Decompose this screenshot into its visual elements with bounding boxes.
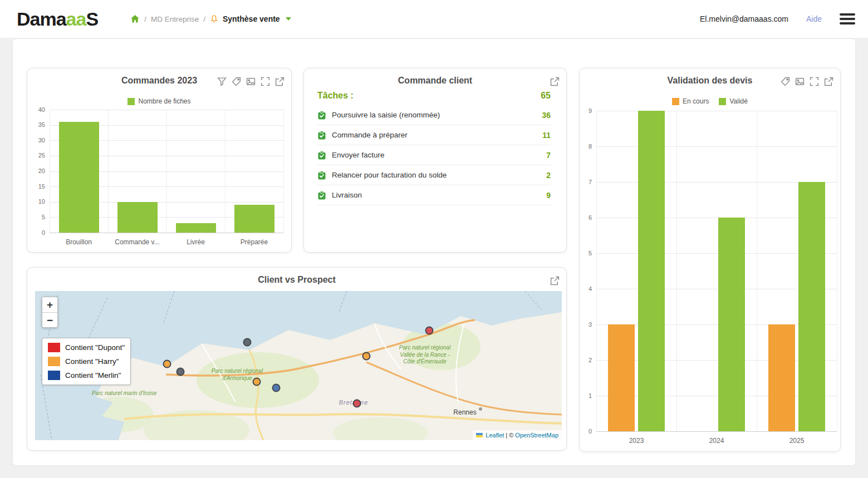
tag-icon[interactable]	[781, 77, 790, 86]
breadcrumb: / MD Entreprise / Synthèse vente	[130, 14, 291, 23]
y-axis-tick: 0	[27, 229, 45, 236]
osm-link[interactable]: OpenStreetMap	[515, 432, 558, 438]
task-row[interactable]: Poursuivre la saisie (renommée)36	[317, 105, 551, 125]
external-link-icon[interactable]	[824, 77, 833, 86]
card-toolbar	[550, 276, 560, 285]
task-label: Relancer pour facturation du solde	[332, 171, 541, 179]
external-link-icon[interactable]	[550, 276, 560, 285]
commandes-chart-legend: Nombre de fiches	[27, 97, 291, 105]
chart-bar[interactable]	[638, 111, 665, 431]
gridline	[837, 111, 837, 431]
y-axis-tick: 6	[580, 214, 592, 221]
y-axis-tick: 9	[580, 107, 592, 114]
y-axis-tick: 40	[27, 106, 45, 113]
gridline	[596, 111, 837, 111]
task-count: 9	[546, 191, 551, 200]
map-marker[interactable]	[163, 360, 171, 368]
validation-chart-legend: En coursValidé	[580, 97, 840, 105]
logo-text: Dama	[17, 8, 66, 29]
y-axis-tick: 10	[27, 198, 45, 205]
task-list: Poursuivre la saisie (renommée)36Command…	[317, 105, 551, 205]
map[interactable]: + − Contient "Dupont"Contient "Harry"Con…	[35, 291, 562, 440]
tasks-total: 65	[541, 91, 551, 101]
task-row[interactable]: Livraison9	[317, 185, 551, 205]
y-axis-tick: 25	[27, 152, 45, 159]
chart-bar[interactable]	[176, 223, 216, 233]
map-marker[interactable]	[243, 338, 252, 347]
y-axis-tick: 4	[580, 285, 592, 292]
ukraine-flag-icon	[476, 433, 483, 437]
card-commande-client: Commande client Tâches : 65 Poursuivre l…	[303, 68, 567, 253]
image-icon[interactable]	[795, 77, 805, 86]
y-axis-tick: 5	[580, 250, 592, 257]
tag-icon[interactable]	[232, 77, 241, 86]
chart-bar[interactable]	[117, 202, 158, 233]
x-axis-label: Préparée	[227, 238, 281, 246]
map-marker[interactable]	[353, 400, 361, 408]
task-row[interactable]: Envoyer facture7	[317, 145, 551, 165]
map-marker[interactable]	[176, 368, 185, 376]
task-check-icon	[317, 131, 326, 140]
gridline	[596, 146, 837, 147]
external-link-icon[interactable]	[275, 77, 285, 86]
gridline	[50, 233, 283, 233]
x-axis-label: 2024	[679, 437, 754, 445]
task-check-icon	[317, 171, 326, 180]
gridline	[108, 110, 109, 233]
chart-bar[interactable]	[608, 324, 635, 431]
fullscreen-icon[interactable]	[261, 77, 270, 86]
chart-bar[interactable]	[798, 182, 825, 431]
x-axis-label: 2023	[599, 437, 674, 445]
legend-swatch	[672, 98, 679, 105]
x-axis-label: Brouillon	[52, 238, 106, 246]
fullscreen-icon[interactable]	[810, 77, 819, 86]
y-axis-tick: 7	[580, 179, 592, 185]
chevron-down-icon[interactable]	[286, 17, 291, 21]
card-toolbar	[217, 77, 285, 86]
zoom-out-button[interactable]: −	[42, 312, 57, 327]
y-axis-tick: 0	[580, 428, 592, 435]
legend-label: Nombre de fiches	[138, 97, 190, 105]
legend-swatch	[719, 98, 726, 105]
task-count: 2	[546, 171, 551, 180]
gridline	[166, 110, 167, 233]
chart-bar[interactable]	[718, 218, 745, 431]
leaflet-link[interactable]: Leaflet	[486, 432, 504, 438]
card-title-map: Client vs Prospect	[27, 275, 566, 285]
task-row[interactable]: Relancer pour facturation du solde2	[317, 165, 551, 185]
y-axis-tick: 5	[27, 214, 45, 220]
dashboard-panel: Commandes 2023 Nombre de fiches 05101520…	[13, 39, 855, 465]
external-link-icon[interactable]	[550, 77, 560, 86]
map-legend-row: Contient "Merlin"	[48, 371, 125, 380]
chart-bar[interactable]	[768, 324, 795, 431]
map-marker[interactable]	[253, 378, 261, 386]
gridline	[676, 111, 677, 431]
zoom-in-button[interactable]: +	[42, 297, 57, 312]
task-row[interactable]: Commande à préparer11	[317, 125, 551, 145]
gridline	[596, 111, 597, 431]
home-icon[interactable]	[130, 14, 140, 23]
chart-bar[interactable]	[234, 205, 274, 233]
breadcrumb-separator: /	[203, 15, 205, 23]
map-legend-swatch	[48, 343, 60, 352]
map-marker[interactable]	[425, 327, 434, 335]
gridline	[596, 431, 837, 432]
map-marker[interactable]	[362, 352, 371, 361]
task-count: 7	[546, 151, 551, 160]
image-icon[interactable]	[246, 77, 256, 86]
breadcrumb-entity[interactable]: MD Entreprise	[151, 15, 199, 23]
breadcrumb-page[interactable]: Synthèse vente	[223, 14, 280, 23]
map-marker[interactable]	[272, 384, 281, 392]
app-logo[interactable]: DamaaaS	[17, 8, 98, 30]
bell-icon	[210, 14, 218, 23]
y-axis-tick: 30	[27, 137, 45, 144]
map-zoom-control: + −	[42, 297, 58, 328]
menu-icon[interactable]	[840, 11, 855, 27]
task-check-icon	[317, 111, 326, 120]
y-axis-tick: 35	[27, 121, 45, 128]
chart-bar[interactable]	[59, 122, 99, 233]
filter-icon[interactable]	[217, 77, 227, 86]
help-link[interactable]: Aide	[806, 14, 822, 23]
gridline	[283, 110, 284, 233]
logo-text-end: S	[86, 8, 98, 29]
